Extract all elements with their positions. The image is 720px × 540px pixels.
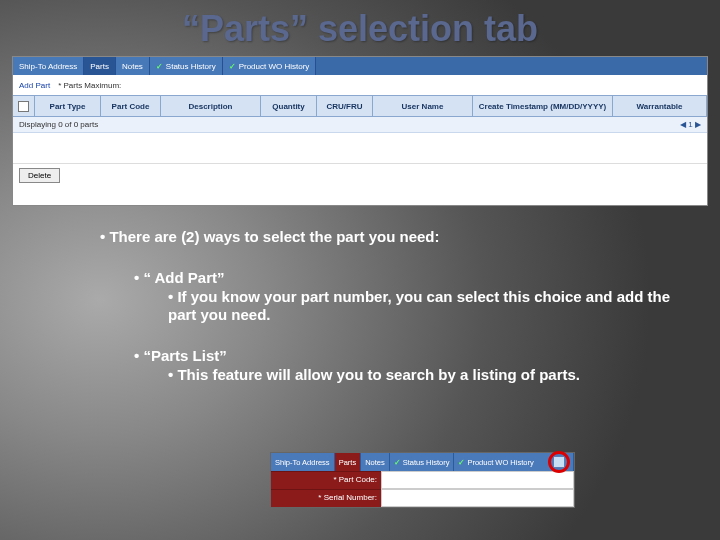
tab-parts[interactable]: Parts	[84, 57, 116, 75]
tab-strip: Ship-To Address Parts Notes ✓Status Hist…	[13, 57, 707, 75]
col-create-timestamp: Create Timestamp (MM/DD/YYYY)	[473, 96, 613, 116]
part-code-label: * Part Code:	[271, 471, 381, 489]
col-quantity: Quantity	[261, 96, 317, 116]
col-description: Description	[161, 96, 261, 116]
col-part-code: Part Code	[101, 96, 161, 116]
serial-number-label: * Serial Number:	[271, 489, 381, 507]
grid-body-empty	[13, 133, 707, 163]
tab-notes[interactable]: Notes	[361, 453, 390, 471]
page-title: “Parts” selection tab	[0, 0, 720, 50]
tab-notes[interactable]: Notes	[116, 57, 150, 75]
parts-grid-screenshot: Ship-To Address Parts Notes ✓Status Hist…	[12, 56, 708, 206]
tab-product-wo-history[interactable]: ✓Product WO History	[454, 453, 574, 471]
serial-number-input[interactable]	[381, 489, 574, 507]
col-cru-fru: CRU/FRU	[317, 96, 373, 116]
slide-body: • There are (2) ways to select the part …	[100, 228, 680, 385]
check-icon: ✓	[394, 458, 402, 466]
parts-list-icon[interactable]	[553, 456, 565, 468]
select-all-column[interactable]	[13, 96, 35, 116]
bullet-add-part: • “ Add Part”	[134, 269, 680, 288]
col-warrantable: Warrantable	[613, 96, 707, 116]
bullet-intro: • There are (2) ways to select the part …	[100, 228, 680, 247]
check-icon: ✓	[156, 62, 164, 70]
col-user-name: User Name	[373, 96, 473, 116]
grid-header: Part Type Part Code Description Quantity…	[13, 95, 707, 117]
add-part-link[interactable]: Add Part	[19, 81, 50, 90]
tab-parts[interactable]: Parts	[335, 453, 362, 471]
parts-maximum-label: * Parts Maximum:	[58, 81, 121, 90]
check-icon: ✓	[458, 458, 466, 466]
bullet-parts-list-detail: • This feature will allow you to search …	[168, 366, 680, 385]
delete-button[interactable]: Delete	[19, 168, 60, 183]
grid-footer: Delete	[13, 163, 707, 187]
tab-status-history[interactable]: ✓Status History	[390, 453, 455, 471]
field-serial-number: * Serial Number:	[271, 489, 574, 507]
checkbox-icon[interactable]	[18, 101, 29, 112]
part-code-input[interactable]	[381, 471, 574, 489]
bullet-parts-list: • “Parts List”	[134, 347, 680, 366]
bullet-add-part-detail: • If you know your part number, you can …	[168, 288, 680, 326]
col-part-type: Part Type	[35, 96, 101, 116]
pager[interactable]: ◀ 1 ▶	[680, 120, 701, 129]
parts-form-screenshot: Ship-To Address Parts Notes ✓Status Hist…	[270, 452, 575, 508]
status-bar: Displaying 0 of 0 parts ◀ 1 ▶	[13, 117, 707, 133]
tab-product-wo-history[interactable]: ✓Product WO History	[223, 57, 317, 75]
toolbar: Add Part * Parts Maximum:	[13, 75, 707, 95]
tab-strip-mini: Ship-To Address Parts Notes ✓Status Hist…	[271, 453, 574, 471]
tab-ship-to-address[interactable]: Ship-To Address	[13, 57, 84, 75]
tab-status-history[interactable]: ✓Status History	[150, 57, 223, 75]
tab-ship-to-address[interactable]: Ship-To Address	[271, 453, 335, 471]
check-icon: ✓	[229, 62, 237, 70]
row-count-label: Displaying 0 of 0 parts	[19, 120, 98, 129]
field-part-code: * Part Code:	[271, 471, 574, 489]
